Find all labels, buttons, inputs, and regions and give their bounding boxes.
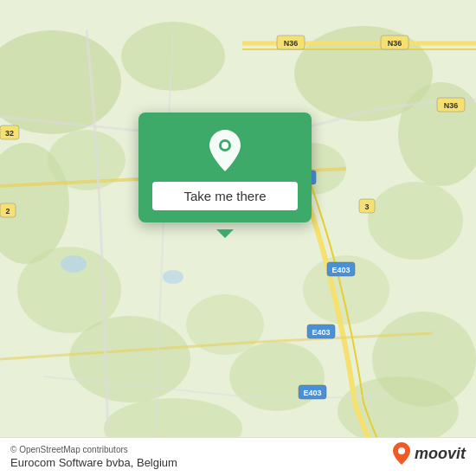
svg-text:32: 32 (5, 129, 14, 138)
svg-point-5 (368, 182, 463, 260)
svg-text:N36: N36 (388, 39, 402, 48)
moovit-pin-icon (392, 441, 411, 466)
svg-point-9 (229, 342, 325, 411)
location-pin-icon (206, 128, 244, 173)
map-background: N36 N36 E403 E403 E403 E403 32 2 3 N36 (0, 0, 476, 476)
svg-point-41 (398, 447, 405, 454)
svg-text:N36: N36 (284, 39, 299, 48)
svg-text:2: 2 (5, 207, 10, 215)
svg-text:E403: E403 (312, 328, 330, 337)
moovit-logo-text: moovit (415, 445, 466, 463)
take-me-there-button[interactable]: Take me there (152, 182, 298, 210)
svg-point-17 (61, 255, 87, 273)
svg-text:E403: E403 (303, 389, 321, 397)
svg-point-40 (222, 142, 228, 149)
svg-text:3: 3 (364, 203, 369, 211)
svg-point-18 (163, 270, 183, 284)
svg-text:E403: E403 (331, 266, 350, 274)
map-container: N36 N36 E403 E403 E403 E403 32 2 3 N36 (0, 0, 476, 476)
popup-card: Take me there (138, 113, 312, 222)
moovit-logo: moovit (392, 441, 466, 466)
svg-text:N36: N36 (444, 101, 459, 110)
